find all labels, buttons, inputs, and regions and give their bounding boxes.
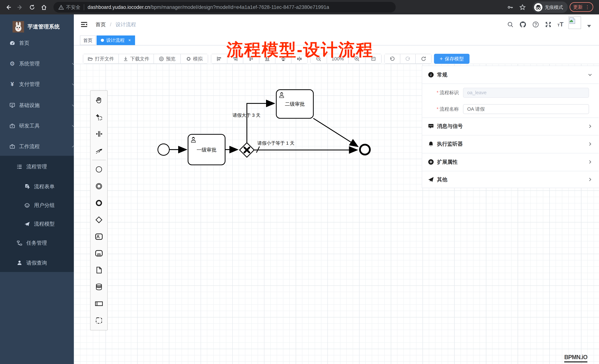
- condition-label-le1[interactable]: 请假小于等于 1 天: [257, 141, 294, 146]
- incognito-icon: [534, 3, 542, 11]
- lasso-tool[interactable]: [90, 109, 108, 126]
- download-file-button[interactable]: 下载文件: [119, 54, 154, 63]
- tab-label: 首页: [83, 38, 92, 43]
- security-label[interactable]: 不安全: [66, 4, 80, 10]
- create-end-event[interactable]: [90, 195, 108, 211]
- sidebar-item-infrastructure[interactable]: 基础设施: [0, 96, 82, 115]
- more-menu-icon[interactable]: ⋮: [585, 4, 590, 10]
- user-task-level2[interactable]: 二级审批: [276, 90, 313, 118]
- sidebar-item-label: 任务管理: [26, 239, 47, 246]
- hand-tool[interactable]: [90, 92, 108, 109]
- start-event[interactable]: [158, 144, 169, 155]
- github-icon[interactable]: [519, 20, 527, 28]
- global-connect-tool[interactable]: [90, 142, 108, 159]
- monitor-icon: [9, 102, 16, 108]
- sidebar-item-label: 支付管理: [19, 81, 40, 88]
- sidebar-item-home[interactable]: 首页: [0, 34, 82, 53]
- message-icon: [428, 123, 434, 129]
- key-icon[interactable]: [507, 3, 514, 11]
- user-task-level1[interactable]: 一级审批: [188, 134, 225, 165]
- create-gateway[interactable]: [90, 211, 108, 228]
- create-participant[interactable]: [90, 295, 108, 312]
- create-subprocess[interactable]: [90, 245, 108, 262]
- bpmn-palette: [90, 90, 108, 330]
- url-path: /bpm/manager/model/design?modelId=e4a1a1…: [150, 4, 329, 10]
- url-bar[interactable]: 不安全 dashboard.yudao.iocoder.cn/bpm/manag…: [53, 2, 396, 13]
- chevron-down-icon: [588, 72, 592, 77]
- app-title: 芋道管理系统: [27, 23, 60, 31]
- incognito-label: 无痕模式: [545, 4, 563, 10]
- end-event[interactable]: [360, 145, 370, 155]
- chevron-right-icon: [588, 177, 592, 182]
- help-icon[interactable]: [531, 20, 540, 28]
- align-left-button[interactable]: [211, 54, 227, 63]
- collapse-sidebar-icon[interactable]: [80, 20, 88, 28]
- exclusive-gateway[interactable]: [239, 143, 254, 157]
- section-message-signal[interactable]: 消息与信号: [422, 118, 599, 135]
- tab-home[interactable]: 首页: [80, 35, 96, 45]
- plus-icon: +: [440, 56, 443, 62]
- button-label: 预览: [166, 56, 176, 62]
- open-file-button[interactable]: 打开文件: [83, 54, 119, 63]
- section-extended-attributes[interactable]: 扩展属性: [422, 153, 599, 171]
- required-asterisk: *: [437, 90, 438, 95]
- active-dot-icon: [101, 39, 104, 42]
- create-intermediate-event[interactable]: [90, 178, 108, 195]
- bookmark-star-icon[interactable]: [519, 3, 526, 11]
- search-icon[interactable]: [506, 20, 514, 28]
- section-other[interactable]: 其他: [422, 171, 599, 188]
- face-icon: [24, 203, 31, 208]
- fullscreen-icon[interactable]: [544, 20, 552, 28]
- update-button[interactable]: 更新 ⋮: [570, 2, 593, 12]
- back-icon[interactable]: [5, 3, 12, 11]
- warning-icon: [58, 5, 64, 10]
- sidebar-item-label: 流程模型: [34, 220, 54, 228]
- create-data-store[interactable]: [90, 279, 108, 295]
- page-header: 首页 / 设计流程 TT: [74, 14, 599, 34]
- reload-icon[interactable]: [28, 3, 36, 11]
- home-icon[interactable]: [40, 3, 48, 11]
- user-icon: [16, 260, 23, 266]
- section-title: 常规: [437, 71, 447, 78]
- sidebar-item-workflow[interactable]: 工作流程: [0, 137, 82, 156]
- simulate-button[interactable]: 模拟: [181, 54, 208, 63]
- close-icon[interactable]: ×: [128, 36, 131, 45]
- create-start-event[interactable]: [90, 161, 108, 178]
- section-execution-listener[interactable]: 执行监听器: [422, 135, 599, 153]
- button-label: 下载文件: [130, 56, 149, 62]
- section-general[interactable]: i 常规: [422, 66, 599, 84]
- space-tool[interactable]: [90, 126, 108, 142]
- flow-gateway-to-task2[interactable]: [247, 103, 273, 143]
- breadcrumb-home[interactable]: 首页: [96, 22, 106, 27]
- restart-button[interactable]: [416, 54, 432, 63]
- flow-task2-to-end[interactable]: [313, 118, 357, 146]
- tab-design-process[interactable]: 设计流程 ×: [97, 35, 135, 45]
- save-model-button[interactable]: + 保存模型: [434, 54, 469, 64]
- preview-button[interactable]: 预览: [154, 54, 181, 63]
- avatar[interactable]: [568, 17, 581, 29]
- breadcrumb-separator: /: [110, 22, 111, 27]
- caret-down-icon[interactable]: [585, 22, 593, 31]
- process-key-input[interactable]: [463, 88, 589, 98]
- sidebar-item-payment[interactable]: ¥ 支付管理: [0, 75, 82, 94]
- url-host: dashboard.yudao.iocoder.cn: [88, 4, 150, 10]
- create-group[interactable]: [90, 312, 108, 329]
- sidebar-item-devtools[interactable]: 研发工具: [0, 116, 82, 135]
- chip-icon: [186, 56, 191, 61]
- forward-icon[interactable]: [16, 3, 24, 11]
- divider: [422, 84, 599, 84]
- svg-text:i: i: [431, 73, 432, 77]
- sidebar-item-system[interactable]: ⚙ 系统管理: [0, 54, 82, 73]
- create-user-task[interactable]: [90, 228, 108, 245]
- bell-icon: [428, 141, 434, 147]
- tab-label: 设计流程: [106, 36, 124, 45]
- create-data-object[interactable]: [90, 262, 108, 279]
- redo-button[interactable]: [400, 54, 416, 63]
- condition-label-gt3[interactable]: 请假大于 3 天: [232, 113, 260, 118]
- bpmn-io-logo[interactable]: BPMN.iO: [564, 354, 587, 363]
- undo-button[interactable]: [385, 54, 400, 63]
- chevron-right-icon: [588, 124, 592, 129]
- font-size-icon[interactable]: TT: [556, 20, 564, 28]
- process-name-input[interactable]: [463, 104, 589, 114]
- gear-icon: ⚙: [9, 60, 16, 67]
